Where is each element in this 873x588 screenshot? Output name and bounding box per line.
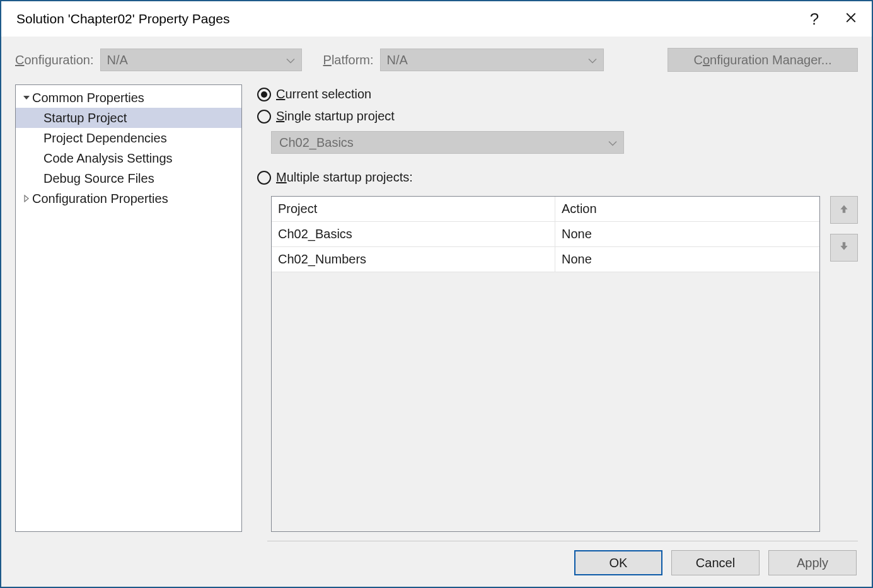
- apply-button[interactable]: Apply: [768, 550, 857, 575]
- chevron-down-icon: [286, 53, 295, 67]
- configuration-bar: Configuration: N/A Platform: N/A Configu…: [15, 48, 858, 72]
- dialog-footer: OK Cancel Apply: [15, 550, 858, 575]
- startup-projects-grid[interactable]: Project Action Ch02_Basics None Ch02_Num…: [271, 196, 820, 532]
- col-header-action: Action: [555, 197, 819, 221]
- radio-multiple-startup[interactable]: Multiple startup projects:: [257, 170, 858, 185]
- chevron-down-icon: [608, 135, 617, 150]
- help-button[interactable]: ?: [796, 4, 833, 34]
- grid-header: Project Action: [272, 197, 819, 222]
- tree-item-project-dependencies[interactable]: Project Dependencies: [16, 128, 241, 148]
- cancel-button[interactable]: Cancel: [671, 550, 760, 575]
- tree-item-code-analysis-settings[interactable]: Code Analysis Settings: [16, 148, 241, 168]
- tree-item-common-properties[interactable]: Common Properties: [16, 88, 241, 108]
- dialog-window: Solution 'Chapter02' Property Pages ? Co…: [0, 0, 873, 588]
- cell-action: None: [555, 222, 819, 246]
- expand-icon: [21, 195, 32, 202]
- titlebar: Solution 'Chapter02' Property Pages ?: [1, 1, 872, 37]
- tree-item-debug-source-files[interactable]: Debug Source Files: [16, 168, 241, 188]
- close-button[interactable]: [833, 4, 869, 34]
- close-icon: [845, 11, 857, 27]
- main-row: Common Properties Startup Project Projec…: [15, 84, 858, 532]
- configuration-label: Configuration:: [15, 53, 94, 67]
- arrow-up-icon: [838, 203, 850, 217]
- single-startup-value: Ch02_Basics: [279, 135, 354, 150]
- single-startup-combo: Ch02_Basics: [271, 131, 624, 154]
- tree-item-startup-project[interactable]: Startup Project: [16, 108, 241, 128]
- radio-icon: [257, 88, 271, 101]
- cell-project: Ch02_Numbers: [272, 247, 555, 272]
- move-up-button[interactable]: [830, 196, 858, 224]
- arrow-down-icon: [838, 241, 850, 255]
- footer-separator: [267, 541, 858, 541]
- configuration-value: N/A: [107, 53, 128, 67]
- window-title: Solution 'Chapter02' Property Pages: [16, 11, 796, 26]
- grid-row[interactable]: Ch02_Numbers None: [272, 247, 819, 272]
- radio-current-selection[interactable]: Current selection: [257, 87, 858, 101]
- radio-icon: [257, 110, 271, 124]
- multiple-startup-block: Project Action Ch02_Basics None Ch02_Num…: [271, 196, 858, 532]
- col-header-project: Project: [272, 197, 555, 221]
- platform-label: Platform:: [323, 53, 374, 67]
- radio-single-startup[interactable]: Single startup project: [257, 109, 858, 124]
- category-tree[interactable]: Common Properties Startup Project Projec…: [15, 84, 242, 532]
- help-icon: ?: [810, 9, 819, 29]
- cell-project: Ch02_Basics: [272, 222, 555, 246]
- collapse-icon: [21, 94, 32, 101]
- configuration-manager-button: Configuration Manager...: [668, 48, 858, 72]
- content-pane: Current selection Single startup project…: [257, 84, 858, 532]
- ok-button[interactable]: OK: [574, 550, 662, 575]
- reorder-buttons: [830, 196, 858, 532]
- move-down-button[interactable]: [830, 234, 858, 262]
- client-area: Configuration: N/A Platform: N/A Configu…: [1, 37, 872, 587]
- platform-value: N/A: [387, 53, 408, 67]
- cell-action: None: [555, 247, 819, 272]
- tree-item-configuration-properties[interactable]: Configuration Properties: [16, 188, 241, 209]
- radio-icon: [257, 171, 271, 185]
- configuration-combo: N/A: [100, 49, 302, 71]
- chevron-down-icon: [588, 53, 597, 67]
- grid-body: Ch02_Basics None Ch02_Numbers None: [272, 222, 819, 531]
- grid-row[interactable]: Ch02_Basics None: [272, 222, 819, 247]
- platform-combo: N/A: [380, 49, 604, 71]
